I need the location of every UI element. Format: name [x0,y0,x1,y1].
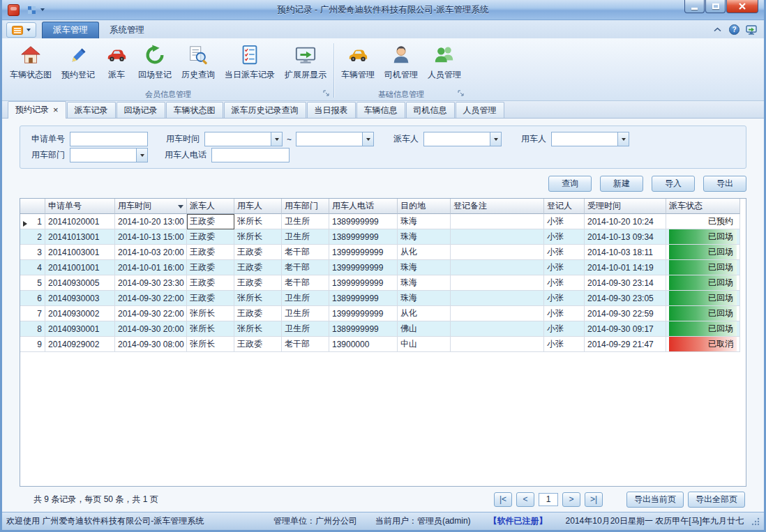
cell-registrar[interactable]: 小张 [544,291,585,306]
cell-dispatcher[interactable]: 王政委 [187,260,234,275]
table-row[interactable]: 7 20140930002 2014-09-30 22:00 张所长 王政委 卫… [20,306,740,321]
grid-header-remark[interactable]: 登记备注 [451,199,544,214]
ribbon-button-personnel-manage[interactable]: 人员管理 [423,40,466,82]
cell-use-time[interactable]: 2014-09-30 22:00 [115,306,187,321]
close-button[interactable] [726,0,758,13]
cell-phone[interactable]: 13999999999 [329,306,398,321]
cell-destination[interactable]: 中山 [398,337,451,352]
cell-apply-no[interactable]: 20141013001 [45,229,115,245]
cell-dispatcher[interactable]: 张所长 [187,337,234,352]
cell-use-time[interactable]: 2014-09-30 08:00 [115,337,187,352]
use-time-from-input[interactable] [205,132,271,146]
cell-apply-no[interactable]: 20140930003 [45,291,115,306]
cell-registrar[interactable]: 小张 [544,275,585,291]
table-row[interactable]: 4 20141001001 2014-10-01 16:00 王政委 王政委 老… [20,260,740,275]
cell-row-indicator[interactable]: 9 [20,337,45,352]
cell-accept-time[interactable]: 2014-09-29 21:47 [585,337,666,352]
tab-daily-report[interactable]: 当日报表 [307,102,356,118]
cell-destination[interactable]: 珠海 [398,291,451,306]
cell-user[interactable]: 王政委 [234,337,282,352]
table-row[interactable]: 8 20140930001 2014-09-30 20:00 张所长 张所长 卫… [20,321,740,337]
table-row[interactable]: 5 20140930005 2014-09-30 23:30 王政委 王政委 老… [20,275,740,291]
cell-row-indicator[interactable]: 4 [20,260,45,275]
table-row[interactable]: 3 20141003001 2014-10-03 20:00 王政委 王政委 老… [20,245,740,260]
user-combo[interactable] [551,132,629,146]
chevron-down-icon[interactable] [362,132,373,146]
chevron-down-icon[interactable] [617,132,629,146]
grid-header-accept-time[interactable]: 受理时间 [585,199,666,214]
cell-user[interactable]: 王政委 [234,245,282,260]
cell-row-indicator[interactable]: 3 [20,245,45,260]
cell-apply-no[interactable]: 20140930005 [45,275,115,291]
cell-destination[interactable]: 珠海 [398,214,451,229]
cell-dispatch-status[interactable]: 已回场 [666,291,740,306]
tab-dispatch-history-query[interactable]: 派车历史记录查询 [224,102,306,118]
cell-user[interactable]: 王政委 [234,275,282,291]
cell-accept-time[interactable]: 2014-10-20 10:24 [585,214,666,229]
grid-header-destination[interactable]: 目的地 [398,199,451,214]
cell-dept[interactable]: 卫生所 [282,214,329,229]
cell-phone[interactable]: 1389999999 [329,214,398,229]
cell-destination[interactable]: 珠海 [398,260,451,275]
cell-dept[interactable]: 老干部 [282,260,329,275]
quick-access-grid-icon[interactable] [26,4,38,16]
cell-registrar[interactable]: 小张 [544,337,585,352]
cell-remark[interactable] [451,260,544,275]
tab-reservation-records[interactable]: 预约记录 × [8,101,66,119]
last-page-button[interactable]: >| [585,492,603,507]
cell-dept[interactable]: 卫生所 [282,229,329,245]
ribbon-button-reservation-register[interactable]: 预约登记 [57,40,100,82]
help-button[interactable]: ? [729,24,739,35]
chevron-down-icon[interactable] [271,132,282,146]
import-button[interactable]: 导入 [652,176,695,192]
cell-destination[interactable]: 珠海 [398,229,451,245]
ribbon-button-extended-screen[interactable]: 扩展屏显示 [280,40,331,82]
table-row[interactable]: 2 20141013001 2014-10-13 15:00 王政委 张所长 卫… [20,229,740,245]
ribbon-button-daily-dispatch-records[interactable]: 当日派车记录 [220,40,280,82]
cell-row-indicator[interactable]: 6 [20,291,45,306]
cell-phone[interactable]: 13900000 [329,337,398,352]
cell-apply-no[interactable]: 20141001001 [45,260,115,275]
chevron-down-icon[interactable] [136,149,147,162]
ribbon-button-vehicle-manage[interactable]: 车辆管理 [336,40,380,82]
display-switch-button[interactable] [745,24,757,36]
query-button[interactable]: 查询 [548,176,592,192]
cell-dispatch-status[interactable]: 已回场 [666,260,740,275]
ribbon-tab-dispatch-management[interactable]: 派车管理 [42,22,99,38]
cell-phone[interactable]: 1389999999 [329,321,398,337]
cell-destination[interactable]: 从化 [398,245,451,260]
cell-dispatcher[interactable]: 张所长 [187,306,234,321]
dept-input[interactable] [70,149,136,162]
cell-row-indicator[interactable]: 5 [20,275,45,291]
grid-header-user[interactable]: 用车人 [234,199,282,214]
next-page-button[interactable]: > [562,492,580,507]
cell-apply-no[interactable]: 20140930002 [45,306,115,321]
cell-phone[interactable]: 13999999999 [329,275,398,291]
dispatcher-combo[interactable] [423,132,502,146]
cell-accept-time[interactable]: 2014-09-30 22:59 [585,306,666,321]
cell-phone[interactable]: 13999999999 [329,260,398,275]
resize-grip[interactable] [751,517,760,526]
cell-remark[interactable] [451,321,544,337]
cell-use-time[interactable]: 2014-09-30 22:00 [115,291,187,306]
minimize-button[interactable] [684,0,705,13]
cell-row-indicator[interactable]: 7 [20,306,45,321]
tab-personnel-manage[interactable]: 人员管理 [456,102,504,118]
cell-destination[interactable]: 从化 [398,306,451,321]
cell-registrar[interactable]: 小张 [544,245,585,260]
cell-dispatch-status[interactable]: 已回场 [666,229,740,245]
ribbon-button-vehicle-status-chart[interactable]: 车辆状态图 [5,40,57,82]
cell-dept[interactable]: 卫生所 [282,291,329,306]
export-button[interactable]: 导出 [703,176,746,192]
cell-user[interactable]: 王政委 [234,306,282,321]
table-row[interactable]: 1 20141020001 2014-10-20 13:00 王政委 张所长 卫… [20,214,740,229]
cell-remark[interactable] [451,245,544,260]
cell-remark[interactable] [451,306,544,321]
cell-dept[interactable]: 卫生所 [282,321,329,337]
chevron-down-icon[interactable] [490,132,501,146]
cell-dept[interactable]: 老干部 [282,275,329,291]
cell-phone[interactable]: 1389999999 [329,229,398,245]
dispatcher-input[interactable] [424,132,490,146]
cell-accept-time[interactable]: 2014-10-01 14:19 [585,260,666,275]
cell-apply-no[interactable]: 20141003001 [45,245,115,260]
